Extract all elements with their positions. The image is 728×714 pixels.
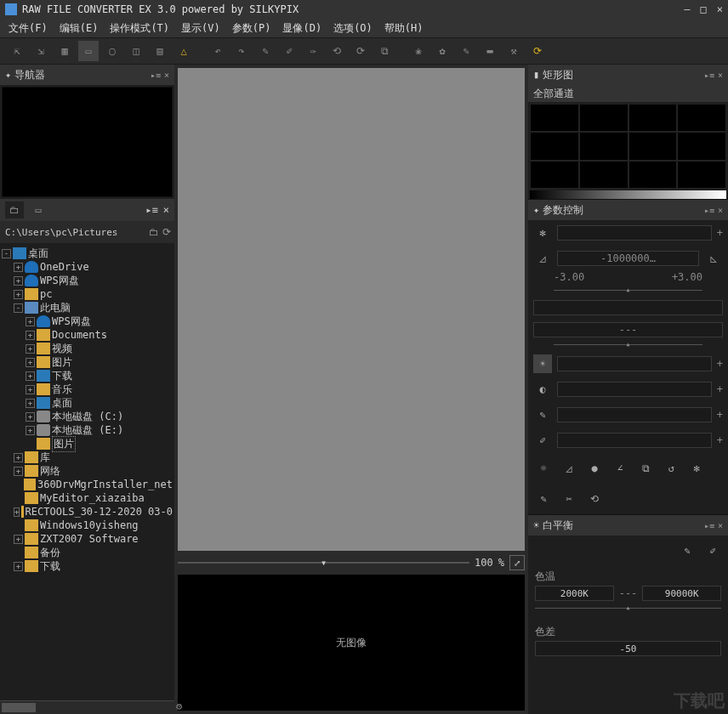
expand-icon[interactable]: +: [14, 276, 23, 286]
add-icon[interactable]: +: [717, 434, 723, 446]
param-slot-2[interactable]: [533, 300, 723, 315]
list-tab-icon[interactable]: ▭: [29, 201, 48, 218]
expand-icon[interactable]: +: [14, 507, 20, 517]
settings1-icon[interactable]: ❀: [408, 41, 429, 61]
view-split-icon[interactable]: ◫: [126, 41, 146, 61]
contrast-slot[interactable]: [557, 382, 712, 397]
menu-edit[interactable]: 编辑(E): [56, 20, 102, 37]
tree-item[interactable]: -此电脑: [2, 301, 173, 314]
expand-icon[interactable]: -: [2, 249, 11, 258]
tree-item[interactable]: +ZXT2007 Software: [2, 532, 173, 546]
rotate-left-icon[interactable]: ⟲: [327, 41, 347, 61]
panel-close-icon[interactable]: ×: [163, 204, 169, 216]
brightness-icon[interactable]: ☀: [533, 354, 552, 373]
panel-menu-icon[interactable]: ▸≡: [704, 521, 714, 530]
tree-item[interactable]: +图片: [2, 355, 173, 369]
hammer-icon[interactable]: ⚒: [503, 41, 524, 61]
add-icon[interactable]: +: [717, 383, 723, 395]
tree-item[interactable]: +桌面: [2, 396, 173, 410]
tree-item[interactable]: +下载: [2, 559, 173, 573]
reset-icon[interactable]: ↺: [661, 458, 681, 479]
sun-icon[interactable]: ☼: [533, 458, 554, 479]
expand-icon[interactable]: +: [14, 467, 23, 476]
param-slider-3[interactable]: ▴: [554, 341, 702, 351]
exposure-reset-icon[interactable]: ◺: [704, 249, 723, 268]
expand-icon[interactable]: +: [14, 263, 23, 272]
refresh-icon[interactable]: ⟳: [527, 41, 548, 61]
expand-icon[interactable]: +: [26, 385, 35, 394]
zoom-slider[interactable]: ▾: [178, 562, 469, 564]
levels-icon[interactable]: ◿: [559, 458, 579, 479]
exposure-slider[interactable]: ▴: [554, 286, 702, 297]
refresh-folder-icon[interactable]: ⟳: [162, 226, 171, 238]
tree-item[interactable]: +RECTOOLS_30-12-2020 03-0: [2, 505, 173, 518]
brightness-slot[interactable]: [557, 356, 712, 371]
sharpness-slot[interactable]: [557, 433, 712, 448]
wb-temp-max[interactable]: 90000K: [642, 586, 721, 601]
tree-item[interactable]: +库: [2, 450, 173, 464]
link-icon[interactable]: ⟲: [584, 489, 605, 509]
tree-item[interactable]: +下载: [2, 369, 173, 382]
tree-item[interactable]: +Documents: [2, 328, 173, 342]
close-button[interactable]: ×: [717, 3, 723, 15]
contrast-icon[interactable]: ◐: [533, 380, 552, 399]
panel-close-icon[interactable]: ×: [718, 71, 723, 80]
brush-tool-icon[interactable]: ✎: [533, 489, 554, 509]
add-preset-icon[interactable]: +: [717, 227, 723, 239]
brush3-icon[interactable]: ✑: [303, 41, 323, 61]
sphere-icon[interactable]: ●: [584, 458, 605, 479]
maximize-button[interactable]: □: [701, 3, 707, 15]
tree-item[interactable]: +OneDrive: [2, 260, 173, 274]
add-icon[interactable]: +: [717, 358, 723, 370]
wb-temp-min[interactable]: 2000K: [535, 586, 614, 601]
wb-temp-slider[interactable]: ▴: [535, 604, 721, 615]
expand-icon[interactable]: +: [26, 331, 35, 340]
tree-item[interactable]: MyEditor_xiazaiba: [2, 491, 173, 505]
menu-mode[interactable]: 操作模式(T): [106, 20, 173, 37]
exposure-value[interactable]: -1000000…: [557, 251, 699, 266]
panel-close-icon[interactable]: ×: [164, 71, 169, 80]
angle-icon[interactable]: ∠: [610, 458, 630, 479]
menu-view[interactable]: 显示(V): [178, 20, 224, 37]
folder-tab-icon[interactable]: 🗀: [5, 201, 24, 218]
settings2-icon[interactable]: ✿: [432, 41, 452, 61]
expand-icon[interactable]: +: [14, 562, 23, 571]
expand-icon[interactable]: +: [26, 426, 35, 435]
wb-tint-min[interactable]: -50: [535, 641, 721, 656]
panel-menu-icon[interactable]: ▸≡: [704, 71, 714, 80]
redo-icon[interactable]: ↷: [231, 41, 252, 61]
saturation-slot[interactable]: [557, 407, 712, 422]
expand-icon[interactable]: +: [26, 317, 35, 326]
add-icon[interactable]: +: [717, 409, 723, 421]
expand-icon[interactable]: -: [14, 303, 23, 313]
menu-file[interactable]: 文件(F): [5, 20, 51, 37]
tree-item[interactable]: +本地磁盘 (E:): [2, 423, 173, 437]
channels-label[interactable]: 全部通道: [528, 85, 728, 102]
menu-help[interactable]: 帮助(H): [381, 20, 427, 37]
fit-button[interactable]: ⤢: [509, 555, 525, 570]
panel-close-icon[interactable]: ×: [718, 206, 723, 215]
expand-icon[interactable]: +: [26, 358, 35, 367]
panel-menu-icon[interactable]: ▸≡: [151, 71, 161, 80]
open-folder-icon[interactable]: 🗀: [149, 226, 159, 238]
tree-item[interactable]: 备份: [2, 546, 173, 559]
view-empty-icon[interactable]: ▢: [102, 41, 122, 61]
view-grid-icon[interactable]: ▦: [54, 41, 75, 61]
path-input[interactable]: C:\Users\pc\Pictures: [3, 225, 145, 240]
tree-item[interactable]: +音乐: [2, 382, 173, 396]
view-quad-icon[interactable]: ▤: [150, 41, 170, 61]
gear2-icon[interactable]: ✻: [686, 458, 707, 479]
tree-item[interactable]: +WPS网盘: [2, 274, 173, 287]
panel-menu-icon[interactable]: ▸≡: [704, 206, 714, 215]
expand-icon[interactable]: +: [26, 371, 35, 381]
rotate-right-icon[interactable]: ⟳: [350, 41, 371, 61]
expand-icon[interactable]: +: [14, 535, 23, 544]
image-canvas[interactable]: [178, 68, 525, 551]
warning-icon[interactable]: △: [173, 41, 194, 61]
tree-item[interactable]: Windows10yisheng: [2, 518, 173, 532]
menu-develop[interactable]: 显像(D): [279, 20, 325, 37]
horizontal-scrollbar[interactable]: [0, 700, 174, 714]
strip-settings-icon[interactable]: ⚙: [176, 700, 188, 712]
undo-icon[interactable]: ↶: [208, 41, 228, 61]
sharpness-icon[interactable]: ✐: [533, 431, 552, 450]
